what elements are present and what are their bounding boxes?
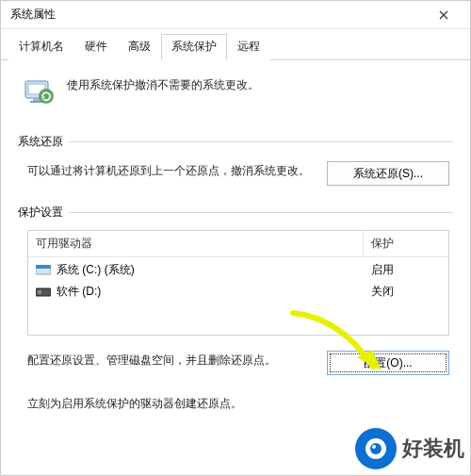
watermark-text: 好装机 (402, 435, 464, 463)
tab-computer-name[interactable]: 计算机名 (8, 34, 74, 60)
section-rule (69, 212, 453, 213)
restore-desc: 可以通过将计算机还原到上一个还原点，撤消系统更改。 (27, 161, 316, 180)
close-button[interactable] (425, 2, 463, 28)
drive-list-body: 系统 (C:) (系统) 启用 软件 (D:) 关闭 (28, 257, 448, 335)
watermark-logo-icon (355, 428, 397, 469)
tab-advanced[interactable]: 高级 (118, 34, 161, 60)
col-header-status[interactable]: 保护 (364, 231, 448, 256)
svg-rect-6 (36, 265, 51, 269)
close-icon (439, 10, 448, 20)
create-desc: 立刻为启用系统保护的驱动器创建还原点。 (27, 394, 316, 413)
tab-system-protection[interactable]: 系统保护 (161, 34, 227, 60)
svg-point-4 (39, 89, 54, 104)
drive-status: 关闭 (364, 281, 448, 303)
drive-list-header: 可用驱动器 保护 (28, 231, 448, 257)
intro-text: 使用系统保护撤消不需要的系统更改。 (67, 74, 259, 93)
configure-button[interactable]: 配置(O)... (327, 351, 449, 375)
section-label: 保护设置 (18, 205, 69, 221)
drive-row[interactable]: 系统 (C:) (系统) 启用 (28, 259, 448, 281)
drive-row[interactable]: 软件 (D:) 关闭 (28, 281, 448, 303)
drive-list[interactable]: 可用驱动器 保护 系统 (C:) (系统) 启用 (27, 230, 449, 336)
watermark: 好装机 (355, 428, 464, 469)
system-restore-button[interactable]: 系统还原(S)... (327, 161, 449, 186)
titlebar: 系统属性 (1, 1, 470, 29)
svg-rect-5 (36, 268, 51, 274)
drive-name: 系统 (C:) (系统) (57, 262, 135, 278)
svg-rect-8 (38, 290, 41, 294)
drive-status: 启用 (364, 259, 448, 281)
create-row: 立刻为启用系统保护的驱动器创建还原点。 (18, 392, 453, 424)
restore-row: 可以通过将计算机还原到上一个还原点，撤消系统更改。 系统还原(S)... (18, 159, 453, 191)
tab-content: 使用系统保护撤消不需要的系统更改。 系统还原 可以通过将计算机还原到上一个还原点… (1, 60, 470, 434)
configure-desc: 配置还原设置、管理磁盘空间，并且删除还原点。 (27, 351, 316, 369)
drive-icon (36, 287, 51, 298)
system-protection-icon (22, 74, 56, 107)
section-system-restore: 系统还原 (18, 134, 453, 150)
section-label: 系统还原 (18, 134, 69, 150)
col-header-name[interactable]: 可用驱动器 (28, 231, 364, 256)
section-rule (69, 141, 453, 142)
drive-system-icon (36, 265, 51, 276)
window-title: 系统属性 (10, 7, 56, 23)
intro-row: 使用系统保护撤消不需要的系统更改。 (18, 70, 453, 121)
tab-hardware[interactable]: 硬件 (74, 34, 118, 60)
tab-remote[interactable]: 远程 (227, 34, 270, 60)
configure-row: 配置还原设置、管理磁盘空间，并且删除还原点。 配置(O)... (18, 349, 453, 381)
system-properties-window: 系统属性 计算机名 硬件 高级 系统保护 远程 (0, 0, 471, 476)
drive-name: 软件 (D:) (57, 284, 101, 300)
tab-strip: 计算机名 硬件 高级 系统保护 远程 (1, 29, 470, 60)
section-protection-settings: 保护设置 (18, 205, 453, 221)
